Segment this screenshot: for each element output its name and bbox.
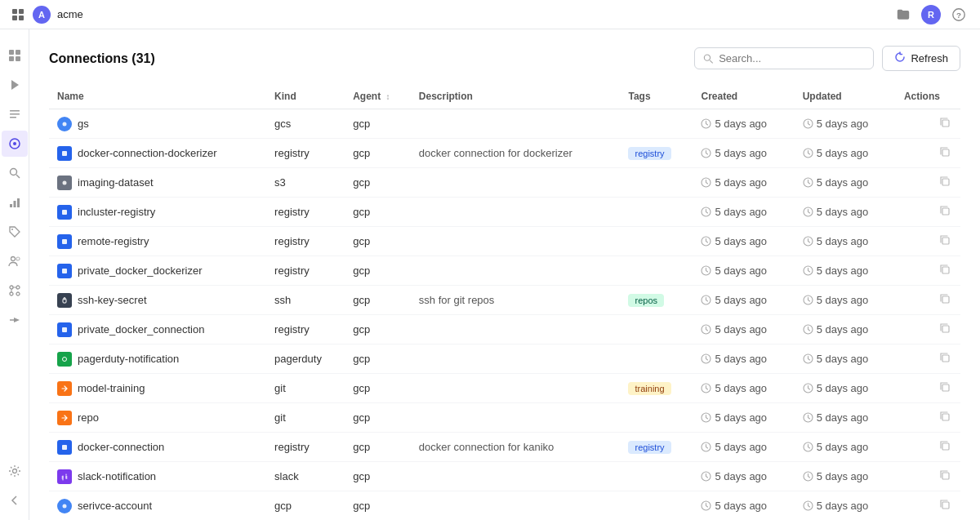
clock-icon-updated [803, 236, 813, 247]
action-copy-icon[interactable] [938, 497, 952, 514]
col-created: Created [693, 84, 794, 109]
clock-icon [701, 500, 711, 511]
svg-rect-6 [9, 50, 14, 55]
grid-icon[interactable] [10, 7, 26, 23]
page-header: Connections (31) Refresh [49, 46, 960, 71]
sidebar-item-home[interactable] [2, 42, 28, 69]
action-copy-icon[interactable] [938, 438, 952, 456]
sidebar-item-search[interactable] [2, 160, 28, 186]
svg-point-21 [11, 229, 13, 230]
help-icon-btn[interactable]: ? [947, 3, 970, 26]
cell-name: gs [49, 109, 266, 139]
refresh-button[interactable]: Refresh [882, 46, 960, 71]
cell-updated: 5 days ago [795, 462, 896, 491]
updated-time: 5 days ago [817, 441, 869, 453]
cell-description [411, 168, 621, 198]
cell-kind: registry [266, 315, 345, 344]
sidebar-collapse-btn[interactable] [2, 487, 28, 513]
conn-name-text: docker-connection-dockerizer [78, 147, 217, 159]
action-copy-icon[interactable] [938, 291, 952, 309]
cell-tags: registry [620, 139, 693, 168]
svg-text:?: ? [956, 10, 961, 19]
table-row: private_docker_dockerizer registry gcp 5… [49, 256, 960, 286]
conn-icon [57, 352, 72, 367]
created-time: 5 days ago [715, 382, 767, 394]
updated-time: 5 days ago [817, 323, 869, 336]
svg-rect-67 [942, 326, 949, 332]
action-copy-icon[interactable] [938, 350, 952, 367]
svg-rect-1 [19, 9, 24, 14]
cell-agent: gcp [345, 374, 411, 403]
action-copy-icon[interactable] [938, 203, 952, 220]
action-copy-icon[interactable] [938, 380, 952, 397]
action-copy-icon[interactable] [938, 262, 952, 279]
col-updated: Updated [795, 84, 896, 109]
conn-icon [57, 293, 72, 308]
svg-rect-11 [10, 110, 20, 112]
sidebar-item-integrations[interactable] [2, 278, 28, 304]
folder-icon-btn[interactable] [892, 3, 915, 26]
clock-icon [701, 236, 711, 247]
user-avatar[interactable]: R [921, 5, 941, 24]
cell-description: ssh for git repos [411, 286, 621, 315]
sidebar-item-misc[interactable] [2, 307, 28, 333]
sidebar-item-team[interactable] [2, 248, 28, 274]
action-copy-icon[interactable] [938, 144, 952, 162]
cell-updated: 5 days ago [795, 374, 896, 403]
refresh-label: Refresh [911, 52, 948, 64]
clock-icon-updated [803, 177, 813, 188]
conn-name-text: private_docker_dockerizer [78, 264, 202, 277]
cell-name: docker-connection [49, 433, 266, 462]
search-box[interactable] [694, 47, 874, 69]
svg-rect-8 [9, 56, 14, 61]
sidebar-item-connections[interactable] [2, 131, 28, 157]
cell-agent: gcp [345, 227, 411, 256]
clock-icon-updated [803, 412, 813, 423]
search-icon [703, 53, 714, 64]
sidebar-item-tags[interactable] [2, 219, 28, 245]
svg-point-33 [705, 55, 710, 60]
cell-updated: 5 days ago [795, 403, 896, 433]
svg-rect-2 [12, 16, 17, 20]
cell-actions [896, 433, 960, 462]
cell-kind: pagerduty [266, 344, 345, 374]
cell-kind: git [266, 374, 345, 403]
sidebar-item-logs[interactable] [2, 101, 28, 127]
action-copy-icon[interactable] [938, 174, 952, 191]
action-copy-icon[interactable] [938, 321, 952, 338]
table-row: slack-notification slack gcp 5 days ago [49, 462, 960, 491]
conn-name-text: imaging-dataset [78, 176, 154, 189]
updated-time: 5 days ago [817, 500, 869, 512]
action-copy-icon[interactable] [938, 115, 952, 132]
search-input[interactable] [719, 52, 865, 64]
cell-agent: gcp [345, 433, 411, 462]
svg-point-23 [16, 257, 20, 260]
action-copy-icon[interactable] [938, 468, 952, 485]
cell-updated: 5 days ago [795, 256, 896, 286]
action-copy-icon[interactable] [938, 409, 952, 426]
cell-kind: gcs [266, 109, 345, 139]
sidebar-item-settings[interactable] [2, 458, 28, 484]
cell-actions [896, 491, 960, 521]
sidebar-item-runs[interactable] [2, 72, 28, 98]
cell-tags [620, 491, 693, 521]
svg-point-15 [13, 142, 16, 145]
svg-point-32 [12, 469, 16, 473]
svg-rect-19 [13, 201, 16, 207]
action-copy-icon[interactable] [938, 233, 952, 250]
cell-agent: gcp [345, 315, 411, 344]
org-avatar: A [33, 6, 51, 24]
cell-kind: ssh [266, 286, 345, 315]
cell-agent: gcp [345, 403, 411, 433]
svg-point-35 [63, 122, 67, 126]
col-tags: Tags [620, 84, 693, 109]
sidebar-item-charts[interactable] [2, 189, 28, 216]
table-row: pagerduty-notification pagerduty gcp 5 d… [49, 344, 960, 374]
clock-icon [701, 295, 711, 305]
col-agent[interactable]: Agent ↕ [345, 84, 411, 109]
svg-rect-51 [62, 239, 67, 244]
svg-rect-74 [942, 384, 949, 391]
updated-time: 5 days ago [817, 294, 869, 306]
clock-icon-updated [803, 442, 813, 452]
cell-updated: 5 days ago [795, 227, 896, 256]
